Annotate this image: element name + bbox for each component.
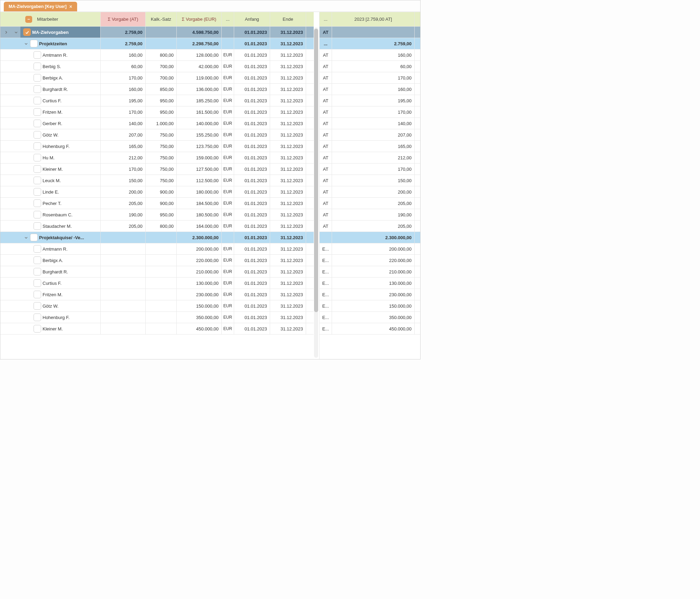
checkbox-icon[interactable] bbox=[34, 97, 41, 104]
checkbox-icon[interactable] bbox=[34, 165, 41, 173]
checkbox-icon[interactable] bbox=[34, 188, 41, 196]
checkbox-icon[interactable] bbox=[34, 268, 41, 275]
col-kalk-satz[interactable]: Kalk.-Satz bbox=[146, 12, 177, 27]
data-row[interactable]: Staudacher M.205,00800,00164.000,00EUR01… bbox=[0, 221, 319, 232]
checkbox-icon[interactable] bbox=[34, 108, 41, 116]
chevron-down-icon[interactable] bbox=[23, 235, 29, 240]
data-row[interactable]: Berbigx A.170,00700,00119.000,00EUR01.01… bbox=[0, 72, 319, 84]
checkbox-icon[interactable] bbox=[34, 302, 41, 310]
checkbox-icon[interactable] bbox=[34, 199, 41, 207]
right-row[interactable]: AT190,00 bbox=[320, 209, 420, 221]
close-icon[interactable]: × bbox=[69, 4, 72, 9]
col-ende[interactable]: Ende bbox=[270, 12, 306, 27]
data-row[interactable]: Fritzen M.170,00950,00161.500,00EUR01.01… bbox=[0, 106, 319, 118]
checkbox-icon[interactable] bbox=[34, 131, 41, 139]
checkbox-icon[interactable] bbox=[34, 222, 41, 230]
tab-ma-zielvorgaben[interactable]: MA-Zielvorgaben [Key User] × bbox=[4, 2, 77, 11]
total-row[interactable]: MA-Zielvorgaben2.759,004.598.750,0001.01… bbox=[0, 27, 319, 38]
right-row[interactable]: E...220.000,00 bbox=[320, 255, 420, 266]
data-row[interactable]: Kleiner M.450.000,00EUR01.01.202331.12.2… bbox=[0, 323, 319, 335]
left-grid-body[interactable]: MA-Zielvorgaben2.759,004.598.750,0001.01… bbox=[0, 27, 319, 359]
col-vorgabe-eur[interactable]: Σ Vorgabe (EUR) bbox=[177, 12, 222, 27]
data-row[interactable]: Curtius F.195,00950,00185.250,00EUR01.01… bbox=[0, 95, 319, 106]
right-row[interactable]: AT150,00 bbox=[320, 175, 420, 186]
right-row[interactable]: AT205,00 bbox=[320, 198, 420, 209]
data-row[interactable]: Kleiner M.170,00750,00127.500,00EUR01.01… bbox=[0, 163, 319, 175]
checkbox-icon[interactable] bbox=[34, 154, 41, 161]
col-anfang[interactable]: Anfang bbox=[234, 12, 270, 27]
col-unit[interactable]: ... bbox=[222, 12, 234, 27]
checkbox-icon[interactable] bbox=[34, 279, 41, 287]
right-row[interactable]: AT195,00 bbox=[320, 95, 420, 106]
checkbox-icon[interactable] bbox=[34, 51, 41, 59]
data-row[interactable]: Pecher T.205,00900,00184.500,00EUR01.01.… bbox=[0, 198, 319, 209]
checkbox-icon[interactable] bbox=[30, 40, 38, 47]
right-row[interactable]: E...150.000,00 bbox=[320, 300, 420, 312]
right-row[interactable]: E...210.000,00 bbox=[320, 266, 420, 278]
chevron-right-icon[interactable] bbox=[3, 29, 9, 35]
group-row[interactable]: Projektakquise/ -Ve...2.300.000,0001.01.… bbox=[0, 232, 319, 243]
col-vorgabe-at[interactable]: Σ Vorgabe (AT) bbox=[101, 12, 146, 27]
data-row[interactable]: Götz W.207,00750,00155.250,00EUR01.01.20… bbox=[0, 129, 319, 141]
collapse-all-icon[interactable]: − bbox=[25, 16, 32, 23]
data-row[interactable]: Hu M.212,00750,00159.000,00EUR01.01.2023… bbox=[0, 152, 319, 163]
chevron-down-icon[interactable] bbox=[23, 41, 29, 46]
right-row[interactable]: AT170,00 bbox=[320, 106, 420, 118]
right-row[interactable]: E...230.000,00 bbox=[320, 289, 420, 300]
right-row[interactable]: AT160,00 bbox=[320, 84, 420, 95]
data-row[interactable]: Leuck M.150,00750,00112.500,00EUR01.01.2… bbox=[0, 175, 319, 186]
data-row[interactable]: Berbigx A.220.000,00EUR01.01.202331.12.2… bbox=[0, 255, 319, 266]
right-row[interactable]: AT205,00 bbox=[320, 221, 420, 232]
data-row[interactable]: Hohenburg F.165,00750,00123.750,00EUR01.… bbox=[0, 141, 319, 152]
checkbox-icon[interactable] bbox=[34, 313, 41, 321]
checkbox-icon[interactable] bbox=[34, 120, 41, 127]
data-row[interactable]: Amtmann R.160,00800,00128.000,00EUR01.01… bbox=[0, 49, 319, 61]
data-row[interactable]: Hohenburg F.350.000,00EUR01.01.202331.12… bbox=[0, 312, 319, 323]
right-row[interactable]: E...200.000,00 bbox=[320, 243, 420, 255]
right-row[interactable]: AT207,00 bbox=[320, 129, 420, 141]
right-row[interactable]: AT170,00 bbox=[320, 163, 420, 175]
group-row[interactable]: Projektzeiten2.759,002.298.750,0001.01.2… bbox=[0, 38, 319, 49]
checkbox-icon[interactable] bbox=[34, 177, 41, 184]
scrollbar-thumb[interactable] bbox=[314, 29, 318, 312]
data-row[interactable]: Amtmann R.200.000,00EUR01.01.202331.12.2… bbox=[0, 243, 319, 255]
data-row[interactable]: Götz W.150.000,00EUR01.01.202331.12.2023 bbox=[0, 300, 319, 312]
data-row[interactable]: Rosenbaum C.190,00950,00180.500,00EUR01.… bbox=[0, 209, 319, 221]
checkbox-icon[interactable] bbox=[23, 28, 31, 36]
right-row[interactable]: AT212,00 bbox=[320, 152, 420, 163]
checkbox-icon[interactable] bbox=[34, 142, 41, 150]
scrollbar-track[interactable] bbox=[314, 27, 318, 358]
data-row[interactable]: Berbig S.60,00700,0042.000,00EUR01.01.20… bbox=[0, 61, 319, 72]
data-row[interactable]: Fritzen M.230.000,00EUR01.01.202331.12.2… bbox=[0, 289, 319, 300]
checkbox-icon[interactable] bbox=[34, 211, 41, 218]
chevron-down-icon[interactable] bbox=[14, 29, 18, 35]
right-row[interactable]: ...2.759,00 bbox=[320, 38, 420, 49]
col-mitarbeiter[interactable]: − Mitarbeiter bbox=[20, 12, 101, 27]
data-row[interactable]: Burghardt R.160,00850,00136.000,00EUR01.… bbox=[0, 84, 319, 95]
col-right-unit[interactable]: ... bbox=[320, 12, 332, 27]
right-row[interactable]: E...350.000,00 bbox=[320, 312, 420, 323]
checkbox-icon[interactable] bbox=[34, 245, 41, 253]
checkbox-icon[interactable] bbox=[34, 291, 41, 298]
right-row[interactable]: E...130.000,00 bbox=[320, 278, 420, 289]
checkbox-icon[interactable] bbox=[34, 325, 41, 333]
right-total-row[interactable]: AT bbox=[320, 27, 420, 38]
right-row[interactable]: AT140,00 bbox=[320, 118, 420, 129]
right-row[interactable]: AT160,00 bbox=[320, 49, 420, 61]
checkbox-icon[interactable] bbox=[34, 74, 41, 82]
checkbox-icon[interactable] bbox=[34, 63, 41, 70]
checkbox-icon[interactable] bbox=[34, 256, 41, 264]
right-row[interactable]: E...450.000,00 bbox=[320, 323, 420, 335]
data-row[interactable]: Gerber R.140,001.000,00140.000,00EUR01.0… bbox=[0, 118, 319, 129]
checkbox-icon[interactable] bbox=[34, 85, 41, 93]
data-row[interactable]: Curtius F.130.000,00EUR01.01.202331.12.2… bbox=[0, 278, 319, 289]
data-row[interactable]: Linde E.200,00900,00180.000,00EUR01.01.2… bbox=[0, 186, 319, 198]
data-row[interactable]: Burghardt R.210.000,00EUR01.01.202331.12… bbox=[0, 266, 319, 278]
col-right-year[interactable]: 2023 [2.759,00 AT] bbox=[332, 12, 415, 27]
right-row[interactable]: AT60,00 bbox=[320, 61, 420, 72]
checkbox-icon[interactable] bbox=[30, 234, 38, 241]
right-row[interactable]: AT200,00 bbox=[320, 186, 420, 198]
right-row[interactable]: 2.300.000,00 bbox=[320, 232, 420, 243]
right-grid-body[interactable]: AT...2.759,00AT160,00AT60,00AT170,00AT16… bbox=[320, 27, 420, 359]
right-row[interactable]: AT170,00 bbox=[320, 72, 420, 84]
